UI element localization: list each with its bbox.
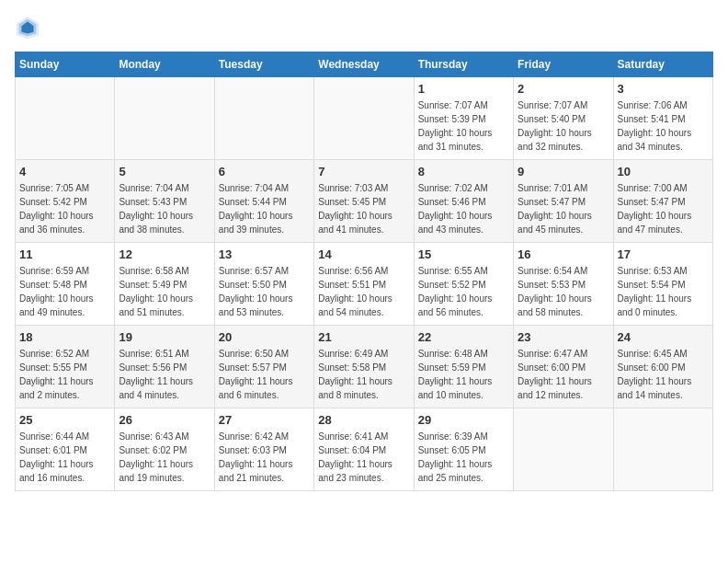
calendar-cell: 20Sunrise: 6:50 AMSunset: 5:57 PMDayligh… <box>214 326 313 408</box>
calendar-cell: 1Sunrise: 7:07 AMSunset: 5:39 PMDaylight… <box>414 77 513 160</box>
day-number: 25 <box>19 413 110 427</box>
sun-info: Sunrise: 6:45 AMSunset: 6:00 PMDaylight:… <box>618 347 709 402</box>
calendar-cell: 11Sunrise: 6:59 AMSunset: 5:48 PMDayligh… <box>16 243 115 326</box>
day-number: 4 <box>19 165 110 178</box>
sun-info: Sunrise: 6:59 AMSunset: 5:48 PMDaylight:… <box>19 264 110 319</box>
day-number: 7 <box>318 165 409 178</box>
calendar-cell: 26Sunrise: 6:43 AMSunset: 6:02 PMDayligh… <box>115 408 214 491</box>
calendar-cell: 5Sunrise: 7:04 AMSunset: 5:43 PMDaylight… <box>115 160 214 243</box>
day-number: 8 <box>418 165 509 178</box>
calendar-cell <box>613 408 712 491</box>
calendar-cell <box>314 77 414 160</box>
sun-info: Sunrise: 6:57 AMSunset: 5:50 PMDaylight:… <box>219 264 310 319</box>
calendar-cell <box>214 77 313 160</box>
day-number: 20 <box>219 330 310 344</box>
weekday-header-sunday: Sunday <box>16 52 115 77</box>
day-number: 26 <box>119 413 210 427</box>
calendar-cell: 4Sunrise: 7:05 AMSunset: 5:42 PMDaylight… <box>16 160 115 243</box>
sun-info: Sunrise: 7:06 AMSunset: 5:41 PMDaylight:… <box>618 98 709 154</box>
day-number: 2 <box>518 82 609 96</box>
day-number: 17 <box>618 247 709 261</box>
sun-info: Sunrise: 7:02 AMSunset: 5:46 PMDaylight:… <box>418 181 509 236</box>
day-number: 12 <box>119 247 210 261</box>
calendar-cell: 14Sunrise: 6:56 AMSunset: 5:51 PMDayligh… <box>314 243 414 326</box>
calendar-week-row: 11Sunrise: 6:59 AMSunset: 5:48 PMDayligh… <box>16 243 713 326</box>
weekday-header-row: SundayMondayTuesdayWednesdayThursdayFrid… <box>16 52 713 77</box>
sun-info: Sunrise: 6:49 AMSunset: 5:58 PMDaylight:… <box>318 347 409 402</box>
weekday-header-friday: Friday <box>514 52 613 77</box>
day-number: 10 <box>618 165 709 178</box>
sun-info: Sunrise: 7:04 AMSunset: 5:43 PMDaylight:… <box>119 181 210 236</box>
sun-info: Sunrise: 7:00 AMSunset: 5:47 PMDaylight:… <box>618 181 709 236</box>
sun-info: Sunrise: 6:54 AMSunset: 5:53 PMDaylight:… <box>518 264 609 319</box>
sun-info: Sunrise: 6:41 AMSunset: 6:04 PMDaylight:… <box>318 430 409 485</box>
calendar-cell: 17Sunrise: 6:53 AMSunset: 5:54 PMDayligh… <box>613 243 712 326</box>
calendar-cell: 13Sunrise: 6:57 AMSunset: 5:50 PMDayligh… <box>214 243 313 326</box>
calendar-cell: 16Sunrise: 6:54 AMSunset: 5:53 PMDayligh… <box>514 243 613 326</box>
day-number: 18 <box>19 330 110 344</box>
sun-info: Sunrise: 7:03 AMSunset: 5:45 PMDaylight:… <box>318 181 409 236</box>
calendar-week-row: 1Sunrise: 7:07 AMSunset: 5:39 PMDaylight… <box>16 77 713 160</box>
weekday-header-thursday: Thursday <box>414 52 513 77</box>
day-number: 27 <box>219 413 310 427</box>
calendar-cell: 23Sunrise: 6:47 AMSunset: 6:00 PMDayligh… <box>514 326 613 408</box>
calendar-cell: 25Sunrise: 6:44 AMSunset: 6:01 PMDayligh… <box>16 408 115 491</box>
sun-info: Sunrise: 6:44 AMSunset: 6:01 PMDaylight:… <box>19 430 110 485</box>
calendar-cell: 19Sunrise: 6:51 AMSunset: 5:56 PMDayligh… <box>115 326 214 408</box>
sun-info: Sunrise: 6:39 AMSunset: 6:05 PMDaylight:… <box>418 430 509 485</box>
calendar-cell: 22Sunrise: 6:48 AMSunset: 5:59 PMDayligh… <box>414 326 513 408</box>
calendar-cell: 24Sunrise: 6:45 AMSunset: 6:00 PMDayligh… <box>613 326 712 408</box>
day-number: 29 <box>418 413 509 427</box>
calendar-cell: 15Sunrise: 6:55 AMSunset: 5:52 PMDayligh… <box>414 243 513 326</box>
weekday-header-monday: Monday <box>115 52 214 77</box>
sun-info: Sunrise: 7:07 AMSunset: 5:40 PMDaylight:… <box>518 98 609 154</box>
calendar-body: 1Sunrise: 7:07 AMSunset: 5:39 PMDaylight… <box>16 77 713 491</box>
calendar-week-row: 4Sunrise: 7:05 AMSunset: 5:42 PMDaylight… <box>16 160 713 243</box>
day-number: 6 <box>219 165 310 178</box>
calendar-cell: 6Sunrise: 7:04 AMSunset: 5:44 PMDaylight… <box>214 160 313 243</box>
day-number: 14 <box>318 247 409 261</box>
page-header <box>15 15 713 40</box>
day-number: 5 <box>119 165 210 178</box>
sun-info: Sunrise: 6:50 AMSunset: 5:57 PMDaylight:… <box>219 347 310 402</box>
sun-info: Sunrise: 6:48 AMSunset: 5:59 PMDaylight:… <box>418 347 509 402</box>
day-number: 21 <box>318 330 409 344</box>
sun-info: Sunrise: 6:51 AMSunset: 5:56 PMDaylight:… <box>119 347 210 402</box>
day-number: 22 <box>418 330 509 344</box>
day-number: 24 <box>618 330 709 344</box>
calendar-cell <box>115 77 214 160</box>
sun-info: Sunrise: 6:42 AMSunset: 6:03 PMDaylight:… <box>219 430 310 485</box>
day-number: 16 <box>518 247 609 261</box>
calendar-cell: 27Sunrise: 6:42 AMSunset: 6:03 PMDayligh… <box>214 408 313 491</box>
calendar-cell <box>514 408 613 491</box>
sun-info: Sunrise: 6:56 AMSunset: 5:51 PMDaylight:… <box>318 264 409 319</box>
calendar-cell: 9Sunrise: 7:01 AMSunset: 5:47 PMDaylight… <box>514 160 613 243</box>
logo-icon <box>15 15 40 40</box>
day-number: 3 <box>618 82 709 96</box>
calendar-cell: 12Sunrise: 6:58 AMSunset: 5:49 PMDayligh… <box>115 243 214 326</box>
calendar-week-row: 25Sunrise: 6:44 AMSunset: 6:01 PMDayligh… <box>16 408 713 491</box>
sun-info: Sunrise: 6:43 AMSunset: 6:02 PMDaylight:… <box>119 430 210 485</box>
calendar-week-row: 18Sunrise: 6:52 AMSunset: 5:55 PMDayligh… <box>16 326 713 408</box>
day-number: 1 <box>418 82 509 96</box>
calendar-cell: 29Sunrise: 6:39 AMSunset: 6:05 PMDayligh… <box>414 408 513 491</box>
sun-info: Sunrise: 6:52 AMSunset: 5:55 PMDaylight:… <box>19 347 110 402</box>
calendar-cell <box>16 77 115 160</box>
calendar-header: SundayMondayTuesdayWednesdayThursdayFrid… <box>16 52 713 77</box>
sun-info: Sunrise: 7:07 AMSunset: 5:39 PMDaylight:… <box>418 98 509 154</box>
calendar-cell: 28Sunrise: 6:41 AMSunset: 6:04 PMDayligh… <box>314 408 414 491</box>
calendar-cell: 21Sunrise: 6:49 AMSunset: 5:58 PMDayligh… <box>314 326 414 408</box>
day-number: 15 <box>418 247 509 261</box>
calendar-cell: 2Sunrise: 7:07 AMSunset: 5:40 PMDaylight… <box>514 77 613 160</box>
calendar-cell: 18Sunrise: 6:52 AMSunset: 5:55 PMDayligh… <box>16 326 115 408</box>
sun-info: Sunrise: 6:55 AMSunset: 5:52 PMDaylight:… <box>418 264 509 319</box>
sun-info: Sunrise: 7:04 AMSunset: 5:44 PMDaylight:… <box>219 181 310 236</box>
calendar-cell: 7Sunrise: 7:03 AMSunset: 5:45 PMDaylight… <box>314 160 414 243</box>
day-number: 23 <box>518 330 609 344</box>
sun-info: Sunrise: 6:58 AMSunset: 5:49 PMDaylight:… <box>119 264 210 319</box>
day-number: 13 <box>219 247 310 261</box>
sun-info: Sunrise: 7:01 AMSunset: 5:47 PMDaylight:… <box>518 181 609 236</box>
calendar-cell: 8Sunrise: 7:02 AMSunset: 5:46 PMDaylight… <box>414 160 513 243</box>
weekday-header-wednesday: Wednesday <box>314 52 414 77</box>
calendar-table: SundayMondayTuesdayWednesdayThursdayFrid… <box>15 52 713 491</box>
